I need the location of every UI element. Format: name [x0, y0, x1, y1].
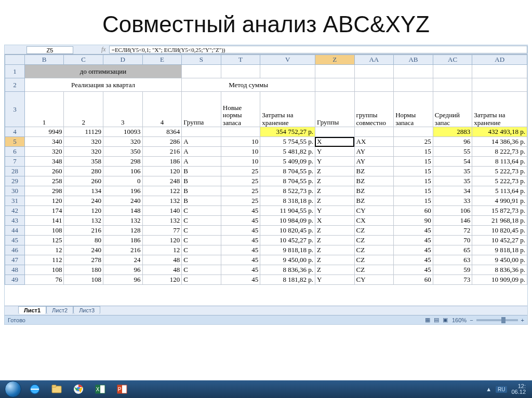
table-row[interactable]: 481081809648C458 836,36 р.ZCZ45598 836,3… [5, 265, 527, 275]
explorer-icon[interactable] [47, 382, 66, 396]
tab-sheet2[interactable]: Лист2 [46, 306, 73, 314]
system-tray[interactable]: ▲ RU 12: 06.12 [486, 383, 529, 395]
status-bar: Готово ▦ ▤ ▣ 160% − + [5, 315, 527, 324]
clock-date: 06.12 [511, 389, 526, 395]
col-AD[interactable]: AD [472, 55, 527, 65]
table-row[interactable]: 4410821612877C4510 820,45 р.ZCZ457210 82… [5, 226, 527, 236]
col-D[interactable]: D [103, 55, 142, 65]
table-row[interactable]: 497610896120C458 181,82 р.YCY607310 909,… [5, 275, 527, 285]
col-T[interactable]: T [221, 55, 260, 65]
ie-icon[interactable] [25, 382, 45, 396]
header-quarter-sales: Реализация за квартал [24, 78, 181, 92]
header-sum-method: Метод суммы [182, 78, 315, 92]
table-row[interactable]: 7348358298186A105 409,09 р.YAY15548 113,… [5, 157, 527, 167]
formula-bar[interactable]: =ЕСЛИ(Y5<0,1; "X"; ЕСЛИ(Y5<0,25;"Y";"Z")… [109, 46, 527, 53]
excel-window: Z5 fx =ЕСЛИ(Y5<0,1; "X"; ЕСЛИ(Y5<0,25;"Y… [4, 45, 528, 325]
row-1[interactable]: 1 до оптимизации [5, 65, 527, 78]
table-row[interactable]: 4994911129100938364354 752,27 р.2883432 … [5, 127, 527, 137]
svg-rect-2 [52, 385, 56, 387]
col-AC[interactable]: AC [433, 55, 472, 65]
table-row[interactable]: 461224021612C459 818,18 р.ZCZ45659 818,1… [5, 245, 527, 255]
start-button[interactable] [3, 382, 23, 396]
name-box[interactable]: Z5 [26, 46, 73, 54]
col-C[interactable]: C [64, 55, 103, 65]
col-V[interactable]: V [260, 55, 315, 65]
row-3[interactable]: 3 1 2 3 4 Группа Новые нормы запаса Затр… [5, 92, 527, 127]
powerpoint-icon[interactable]: P [112, 382, 132, 396]
column-headers[interactable]: B C D E S T V Z AA AB AC AD [5, 55, 527, 65]
svg-text:P: P [118, 387, 122, 392]
language-indicator[interactable]: RU [496, 386, 507, 393]
sheet-tabs[interactable]: Лист1 Лист2 Лист3 [5, 306, 527, 315]
col-Z[interactable]: Z [315, 55, 354, 65]
chrome-icon[interactable] [69, 382, 88, 396]
svg-text:X: X [96, 387, 100, 392]
formula-bar-row: Z5 fx =ЕСЛИ(Y5<0,1; "X"; ЕСЛИ(Y5<0,25;"Y… [5, 45, 527, 54]
table-row[interactable]: 30298134196122B258 522,73 р.ZBZ15345 113… [5, 186, 527, 196]
fx-icon[interactable]: fx [101, 46, 106, 53]
table-row[interactable]: 31120240240132B258 318,18 р.ZBZ15334 990… [5, 196, 527, 206]
col-E[interactable]: E [142, 55, 182, 65]
windows-taskbar[interactable]: X P ▲ RU 12: 06.12 [0, 380, 532, 398]
table-row[interactable]: 43141132132132C4510 984,09 р.XCX9014621 … [5, 216, 527, 226]
excel-icon[interactable]: X [90, 382, 110, 396]
tab-sheet1[interactable]: Лист1 [18, 306, 46, 314]
status-ready: Готово [8, 317, 25, 323]
tray-flag-icon[interactable]: ▲ [486, 386, 491, 392]
col-S[interactable]: S [182, 55, 221, 65]
tab-sheet3[interactable]: Лист3 [73, 306, 100, 314]
table-row[interactable]: 4512580186120C4510 452,27 р.ZCZ457010 45… [5, 236, 527, 245]
table-row[interactable]: 28260280106120B258 704,55 р.ZBZ15355 222… [5, 167, 527, 176]
col-AB[interactable]: AB [394, 55, 433, 65]
header-pre-opt: до оптимизации [24, 65, 181, 78]
slide-title: Совместный анализ ABC&XYZ [0, 0, 532, 45]
table-row[interactable]: 471122782448C459 450,00 р.ZCZ45639 450,0… [5, 255, 527, 265]
col-AA[interactable]: AA [354, 55, 394, 65]
spreadsheet-grid[interactable]: B C D E S T V Z AA AB AC AD 1 до оптимиз… [5, 54, 527, 306]
table-row[interactable]: 6320320350216A105 481,82 р.YAY15558 222,… [5, 147, 527, 157]
table-row[interactable]: 42174120148140C4511 904,55 р.YCY6010615 … [5, 206, 527, 216]
zoom-slider[interactable] [476, 319, 518, 321]
row-2[interactable]: 2 Реализация за квартал Метод суммы [5, 78, 527, 92]
view-icons[interactable]: ▦ ▤ ▣ [425, 317, 449, 323]
col-B[interactable]: B [24, 55, 64, 65]
table-row[interactable]: 5340320320286A105 754,55 р.XAX259614 386… [5, 137, 527, 147]
table-row[interactable]: 292582600248B258 704,55 р.ZBZ15355 222,7… [5, 176, 527, 186]
zoom-level[interactable]: 160% [452, 317, 467, 323]
